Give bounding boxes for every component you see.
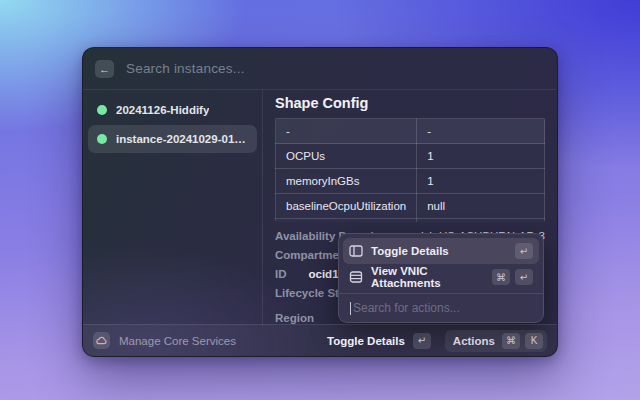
rows-icon — [349, 271, 363, 283]
launcher-window: ← Search instances... 20241126-Hiddify i… — [82, 47, 558, 357]
return-key-icon: ↵ — [515, 243, 533, 259]
meta-label: ID — [275, 268, 287, 280]
table-cell-key: OCPUs — [276, 144, 417, 169]
table-cell-key: - — [276, 119, 417, 144]
meta-label: Region — [275, 312, 314, 324]
status-dot-icon — [97, 134, 107, 144]
table-row: baselineOcpuUtilization null — [276, 194, 545, 219]
actions-popup: Toggle Details ↵ View VNIC Attachments ⌘… — [338, 233, 544, 323]
return-key-icon: ↵ — [413, 333, 431, 349]
cloud-app-icon — [93, 332, 110, 349]
table-row: memoryInGBs 1 — [276, 169, 545, 194]
primary-action-button[interactable]: Toggle Details — [327, 335, 405, 347]
actions-search-input[interactable]: Search for actions... — [339, 293, 543, 322]
table-cell-value: 1 — [417, 169, 545, 194]
table-cell-value: null — [417, 194, 545, 219]
table-cell-key: baselineOcpuUtilization — [276, 194, 417, 219]
text-cursor — [350, 302, 351, 315]
panel-left-icon — [349, 245, 363, 257]
table-cell-value: - — [417, 119, 545, 144]
return-key-icon: ↵ — [515, 269, 533, 285]
table-row: OCPUs 1 — [276, 144, 545, 169]
table-cell-key: memoryInGBs — [276, 169, 417, 194]
app-name: Manage Core Services — [119, 335, 236, 347]
back-arrow-icon: ← — [99, 63, 110, 75]
k-key-icon: K — [525, 333, 543, 349]
table-cell-value: 1 — [417, 144, 545, 169]
instance-name: 20241126-Hiddify — [116, 104, 209, 116]
list-item-instance-selected[interactable]: instance-20241029-0105-Hesti… — [88, 125, 257, 153]
instance-list: 20241126-Hiddify instance-20241029-0105-… — [83, 90, 263, 326]
instance-name: instance-20241029-0105-Hesti… — [116, 133, 248, 145]
action-label: View VNIC Attachments — [371, 265, 484, 289]
command-key-icon: ⌘ — [492, 269, 510, 285]
action-label: Toggle Details — [371, 245, 449, 257]
command-key-icon: ⌘ — [502, 333, 520, 349]
section-title: Shape Config — [275, 95, 545, 111]
search-input[interactable]: Search instances... — [126, 61, 245, 76]
list-item-instance[interactable]: 20241126-Hiddify — [88, 96, 257, 124]
action-item-toggle-details[interactable]: Toggle Details ↵ — [343, 238, 539, 264]
search-bar: ← Search instances... — [83, 48, 557, 90]
shape-config-table: - - OCPUs 1 memoryInGBs 1 baselineOcpuUt… — [275, 118, 545, 222]
footer-bar: Manage Core Services Toggle Details ↵ Ac… — [83, 324, 557, 356]
actions-button[interactable]: Actions ⌘ K — [445, 330, 547, 352]
back-button[interactable]: ← — [95, 60, 114, 78]
status-dot-icon — [97, 105, 107, 115]
table-row: - - — [276, 119, 545, 144]
action-item-view-vnic-attachments[interactable]: View VNIC Attachments ⌘ ↵ — [343, 264, 539, 290]
table-row — [276, 219, 545, 223]
